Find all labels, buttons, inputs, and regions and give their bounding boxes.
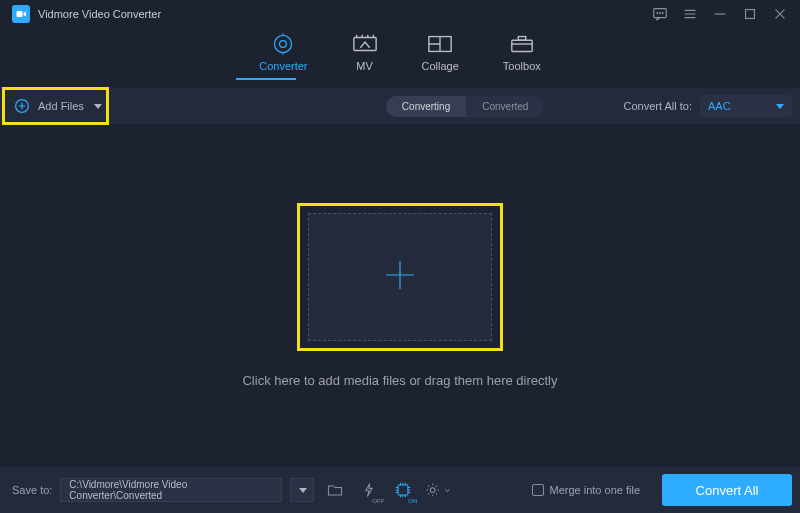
mv-icon: [352, 34, 378, 54]
svg-point-14: [431, 488, 436, 493]
toolbox-icon: [509, 34, 535, 54]
feedback-icon[interactable]: [652, 6, 668, 22]
format-value: AAC: [708, 100, 731, 112]
save-path-input[interactable]: C:\Vidmore\Vidmore Video Converter\Conve…: [60, 478, 282, 502]
svg-rect-11: [518, 37, 525, 41]
tab-collage[interactable]: Collage: [422, 34, 459, 80]
converter-icon: [270, 34, 296, 54]
checkbox-box: [532, 484, 544, 496]
close-icon[interactable]: [772, 6, 788, 22]
status-toggle: Converting Converted: [386, 96, 545, 117]
tab-label: Collage: [422, 60, 459, 72]
chevron-down-icon: [776, 104, 784, 109]
merge-label: Merge into one file: [550, 484, 641, 496]
tab-label: Converter: [259, 60, 307, 72]
highlight-dropzone: [297, 203, 503, 351]
pill-converted[interactable]: Converted: [466, 96, 544, 117]
svg-point-2: [657, 13, 658, 14]
svg-point-4: [662, 13, 663, 14]
tab-mv[interactable]: MV: [352, 34, 378, 80]
convert-all-button[interactable]: Convert All: [662, 474, 792, 506]
tab-label: MV: [356, 60, 373, 72]
highlight-add-files: [2, 87, 109, 125]
settings-icon[interactable]: [424, 477, 450, 503]
svg-point-6: [275, 35, 292, 52]
maximize-icon[interactable]: [742, 6, 758, 22]
tab-label: Toolbox: [503, 60, 541, 72]
collage-icon: [427, 34, 453, 54]
svg-rect-5: [746, 10, 755, 19]
hardware-accel-icon[interactable]: ON: [390, 477, 416, 503]
main-tabs: Converter MV Collage Toolbox: [0, 28, 800, 80]
convert-all-section: Convert All to: AAC: [624, 95, 800, 117]
format-select[interactable]: AAC: [700, 95, 792, 117]
app-title: Vidmore Video Converter: [38, 8, 161, 20]
dropzone-hint: Click here to add media files or drag th…: [242, 373, 557, 388]
dropzone[interactable]: [308, 213, 492, 341]
save-to-label: Save to:: [12, 484, 52, 496]
menu-icon[interactable]: [682, 6, 698, 22]
svg-rect-10: [512, 40, 532, 51]
pill-converting[interactable]: Converting: [386, 96, 466, 117]
minimize-icon[interactable]: [712, 6, 728, 22]
plus-icon: [380, 255, 420, 299]
tab-converter[interactable]: Converter: [259, 34, 307, 80]
svg-rect-0: [17, 11, 23, 17]
svg-rect-8: [353, 38, 375, 51]
merge-checkbox[interactable]: Merge into one file: [532, 484, 641, 496]
save-path-dropdown[interactable]: [290, 478, 314, 502]
tab-toolbox[interactable]: Toolbox: [503, 34, 541, 80]
svg-point-3: [660, 13, 661, 14]
chevron-down-icon: [299, 488, 307, 493]
open-folder-icon[interactable]: [322, 477, 348, 503]
title-bar: Vidmore Video Converter: [0, 0, 800, 28]
bottom-bar: Save to: C:\Vidmore\Vidmore Video Conver…: [0, 467, 800, 513]
svg-rect-13: [398, 485, 408, 495]
main-area: Click here to add media files or drag th…: [0, 124, 800, 467]
app-logo: [12, 5, 30, 23]
convert-all-label: Convert All to:: [624, 100, 692, 112]
convert-button-label: Convert All: [696, 483, 759, 498]
toolbar: Add Files Converting Converted Convert A…: [0, 88, 800, 124]
svg-point-7: [280, 41, 287, 48]
save-path-value: C:\Vidmore\Vidmore Video Converter\Conve…: [69, 479, 273, 501]
lightning-off-icon[interactable]: OFF: [356, 477, 382, 503]
